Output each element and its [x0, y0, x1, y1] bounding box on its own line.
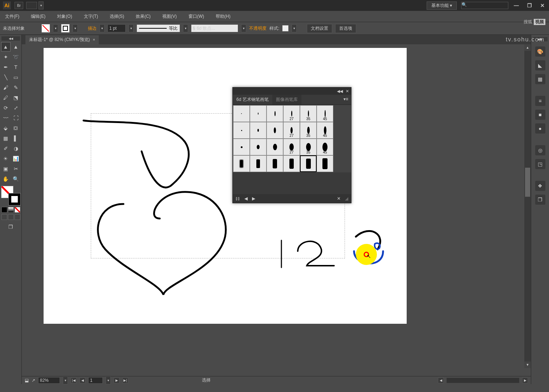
help-search-input[interactable]: 🔍: [461, 2, 508, 9]
arrange-dropdown[interactable]: [38, 1, 44, 9]
brush-swatch[interactable]: [267, 105, 283, 122]
brush-library-panel[interactable]: ◀◀ ✕ 6d 艺术钢笔画笔 图像画笔库 ▾≡ 27 35 45 27 35 4…: [232, 87, 351, 203]
rectangle-tool[interactable]: ▭: [11, 73, 21, 82]
selection-tool[interactable]: ▲: [1, 42, 11, 52]
brush-swatch[interactable]: [317, 155, 333, 172]
variable-width-profile[interactable]: 等比: [137, 24, 180, 32]
stroke-swatch[interactable]: [61, 24, 70, 33]
zoom-tool[interactable]: 🔍: [11, 174, 21, 184]
brush-dd[interactable]: [241, 24, 246, 32]
library-menu-icon[interactable]: ⫿⫿: [236, 196, 240, 201]
fill-swatch[interactable]: [41, 24, 50, 33]
panel-tab-active[interactable]: 6d 艺术钢笔画笔: [233, 95, 272, 105]
scroll-up-button[interactable]: ▲: [524, 44, 531, 51]
stroke-dropdown[interactable]: [73, 24, 78, 32]
window-maximize-button[interactable]: ❐: [526, 3, 533, 8]
appearance-panel-icon[interactable]: ◳: [535, 159, 545, 169]
scroll-down-button[interactable]: ▼: [524, 362, 531, 368]
magic-wand-tool[interactable]: ✦: [1, 52, 11, 62]
workspace-switcher[interactable]: 基本功能 ▾: [427, 1, 457, 10]
hscroll-left[interactable]: ◀: [438, 377, 444, 383]
bridge-button[interactable]: Br: [15, 2, 23, 9]
brush-swatch[interactable]: 45: [317, 105, 333, 122]
scale-tool[interactable]: ⤢: [11, 103, 21, 113]
draw-mode-behind[interactable]: [8, 214, 14, 220]
stroke-color-icon[interactable]: [8, 193, 21, 205]
artboard-tool[interactable]: ▣: [1, 164, 11, 173]
paintbrush-tool[interactable]: 🖌: [1, 83, 11, 92]
brush-swatch[interactable]: [267, 122, 283, 139]
prev-library-icon[interactable]: ◀: [244, 196, 248, 201]
brushes-panel-icon[interactable]: ≡: [535, 96, 545, 106]
brush-swatch[interactable]: [267, 155, 283, 172]
next-library-icon[interactable]: ▶: [252, 196, 255, 201]
panel-close-icon[interactable]: ✕: [346, 89, 349, 94]
draw-mode-normal[interactable]: [1, 214, 7, 220]
pencil-tool[interactable]: ✎: [11, 83, 21, 92]
artboard-next[interactable]: ▶: [114, 377, 119, 383]
brush-swatch[interactable]: [283, 155, 300, 172]
document-setup-button[interactable]: 文档设置: [307, 24, 332, 33]
horizontal-scrollbar[interactable]: [447, 378, 519, 383]
menu-edit[interactable]: 编辑(E): [29, 12, 48, 21]
symbols-panel-icon[interactable]: ■: [535, 110, 545, 120]
lasso-tool[interactable]: ➰: [11, 52, 21, 62]
brush-swatch[interactable]: 27: [283, 105, 300, 122]
panel-menu-button[interactable]: ▾≡: [341, 95, 351, 105]
layers-panel-icon[interactable]: ❖: [535, 181, 545, 191]
eraser-tool[interactable]: ⬔: [11, 93, 21, 102]
blob-brush-tool[interactable]: 🖊: [1, 93, 11, 102]
toolbar-collapse[interactable]: ◀◀: [1, 36, 20, 41]
brush-definition[interactable]: §6d 散点...: [191, 24, 238, 32]
perspective-grid-tool[interactable]: ⛋: [11, 123, 21, 133]
color-guide-panel-icon[interactable]: ◣: [535, 60, 545, 70]
graphic-style-swatch[interactable]: [282, 25, 289, 32]
style-dd[interactable]: [292, 24, 297, 32]
brush-swatch[interactable]: [233, 155, 250, 172]
menu-type[interactable]: 文字(T): [82, 12, 100, 21]
window-close-button[interactable]: ✕: [539, 3, 546, 8]
brush-swatch[interactable]: [233, 139, 250, 155]
profile-dd[interactable]: [183, 24, 188, 32]
menu-effect[interactable]: 效果(C): [134, 12, 153, 21]
brush-swatch[interactable]: 35: [300, 139, 317, 155]
menu-view[interactable]: 视图(V): [160, 12, 179, 21]
stroke-weight-input[interactable]: 1 pt: [107, 24, 126, 32]
zoom-dd[interactable]: [63, 376, 68, 384]
brush-swatch[interactable]: [250, 155, 267, 172]
type-tool[interactable]: T: [11, 62, 21, 72]
free-transform-tool[interactable]: ⛶: [11, 113, 21, 123]
zoom-level-input[interactable]: 82%: [38, 377, 60, 384]
artboard-first[interactable]: |◀: [71, 377, 77, 383]
brush-swatch[interactable]: 45: [317, 139, 333, 155]
gradient-tool[interactable]: ▌: [11, 134, 21, 143]
stroke-weight-stepper[interactable]: [99, 24, 105, 32]
artboards-panel-icon[interactable]: ❐: [535, 195, 545, 205]
stroke-panel-icon[interactable]: ●: [535, 123, 545, 134]
width-tool[interactable]: 〰: [1, 113, 11, 123]
panel-header[interactable]: ◀◀ ✕: [233, 87, 351, 95]
artboard-prev[interactable]: ◀: [80, 377, 85, 383]
line-tool[interactable]: ╲: [1, 73, 11, 82]
hscroll-right[interactable]: ▶: [522, 377, 528, 383]
brush-swatch[interactable]: 27: [283, 122, 300, 139]
transparency-panel-icon[interactable]: ◎: [535, 145, 545, 155]
swatches-panel-icon[interactable]: ▦: [535, 74, 545, 84]
cloud-icon[interactable]: ↗: [32, 378, 35, 383]
stroke-label[interactable]: 描边: [88, 25, 97, 32]
screen-mode-button[interactable]: ❐: [6, 222, 16, 232]
panel-resize-icon[interactable]: ◢: [345, 196, 348, 201]
color-panel-icon[interactable]: 🎨: [535, 46, 545, 57]
document-tab[interactable]: 未标题-1* @ 82% (CMYK/预览) ×: [25, 35, 99, 44]
color-mode-solid[interactable]: [1, 207, 7, 213]
artboard-number-input[interactable]: 1: [88, 377, 103, 384]
brush-swatch[interactable]: 45: [317, 122, 333, 139]
brush-swatch[interactable]: 35: [300, 105, 317, 122]
brush-swatch[interactable]: [250, 122, 267, 139]
slice-tool[interactable]: ✂: [11, 164, 21, 173]
document-tab-close[interactable]: ×: [93, 37, 95, 42]
status-icon[interactable]: ⬓: [25, 378, 29, 383]
artboard-dd[interactable]: [106, 376, 111, 384]
column-graph-tool[interactable]: 📊: [11, 154, 21, 163]
preferences-button[interactable]: 首选项: [335, 24, 356, 33]
